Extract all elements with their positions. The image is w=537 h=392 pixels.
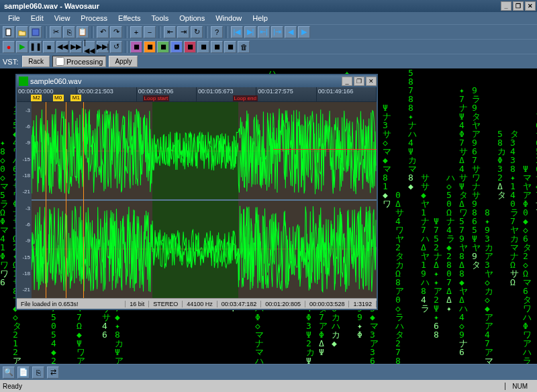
vst-apply-button[interactable]: Apply: [109, 56, 138, 67]
menu-process[interactable]: Process: [75, 13, 113, 23]
db-scale-left: -3-6-9-15-18-21-3-6-9-15-18-21: [17, 102, 32, 298]
toolbar-transport: ● ▶ ❚❚ ■ ◀◀ ▶▶ |◀◀ ▶▶| ↺ ◼ ◼ ◼ ◼ ◼ ◼ ◼ ◼…: [0, 39, 537, 54]
forward-button[interactable]: ▶▶: [70, 41, 82, 53]
waveform-canvas[interactable]: [32, 102, 377, 298]
sel-right-button[interactable]: ▶: [298, 26, 310, 38]
statusbar-num: NUM: [505, 383, 534, 390]
minimize-button[interactable]: _: [501, 1, 511, 11]
fx4-button[interactable]: ◼: [170, 41, 183, 53]
cut-button[interactable]: ✂: [50, 26, 62, 38]
save-button[interactable]: [30, 26, 42, 38]
vst-bar: VST: Rack Processing Apply: [0, 54, 537, 68]
play-button[interactable]: ▶: [16, 41, 28, 53]
skip-end-button[interactable]: ▶▶|: [97, 41, 109, 53]
menubar: File Edit View Process Effects Tools Opt…: [0, 12, 537, 24]
main-statusbar: Ready NUM: [0, 380, 537, 392]
close-button[interactable]: ✕: [525, 1, 536, 11]
tool3-button[interactable]: ⎘: [32, 366, 44, 379]
loop-start-marker[interactable]: Loop start: [143, 95, 170, 101]
skip-start-button[interactable]: |◀◀: [83, 41, 95, 53]
status-msg: File loaded in 0.653s!: [17, 301, 126, 307]
fx1-button[interactable]: ◼: [130, 41, 142, 53]
toolbar-file: ✂ ⎘ 📋 ↶ ↷ + − ⇤ ⇥ ↻ ? |◀ ▶| ⇤| |⇥ ◀ ▶: [0, 24, 537, 39]
vst-rack-button[interactable]: Rack: [22, 56, 50, 67]
status-duration: 00:03:47:182: [217, 301, 262, 307]
marker-M1[interactable]: M1: [70, 95, 81, 101]
svg-rect-1: [32, 29, 39, 36]
time-ruler[interactable]: 00:00:00:000 00:00:21:503 00:00:43:706 0…: [17, 87, 377, 102]
vst-processing-toggle[interactable]: Processing: [52, 56, 106, 67]
redo-button[interactable]: ↷: [110, 26, 122, 38]
main-titlebar: sample060.wav - Wavosaur _ ❐ ✕: [0, 0, 537, 12]
goto-start-button[interactable]: ⇤: [164, 26, 176, 38]
stop-button[interactable]: ■: [43, 41, 55, 53]
menu-window[interactable]: Window: [210, 13, 247, 23]
loop-end-marker[interactable]: Loop end: [233, 95, 258, 101]
goto-end-button[interactable]: ⇥: [177, 26, 189, 38]
fx5-button[interactable]: ◼: [184, 41, 196, 53]
loop-toggle-button[interactable]: ↺: [110, 41, 122, 53]
child-maximize-button[interactable]: ❐: [354, 77, 364, 86]
marker-prev-button[interactable]: |◀: [231, 26, 243, 38]
menu-edit[interactable]: Edit: [26, 13, 49, 23]
statusbar-left: Ready: [3, 383, 505, 390]
menu-options[interactable]: Options: [174, 13, 210, 23]
menu-effects[interactable]: Effects: [113, 13, 146, 23]
status-bits: 16 bit: [126, 301, 149, 307]
fx7-button[interactable]: ◼: [211, 41, 223, 53]
copy-button[interactable]: ⎘: [63, 26, 75, 38]
fx3-button[interactable]: ◼: [157, 41, 169, 53]
paste-button[interactable]: 📋: [77, 26, 89, 38]
child-statusbar: File loaded in 0.653s! 16 bit STEREO 441…: [17, 298, 377, 309]
marker-row: M2M0M1Loop startLoop end: [17, 95, 377, 101]
app-title: sample060.wav - Wavosaur: [1, 2, 499, 10]
status-rate: 44100 Hz: [183, 301, 217, 307]
menu-help[interactable]: Help: [247, 13, 273, 23]
delete-button[interactable]: 🗑: [238, 41, 250, 53]
tool1-button[interactable]: 🔍: [3, 366, 15, 379]
waveform-area[interactable]: -3-6-9-15-18-21-3-6-9-15-18-21: [17, 102, 377, 298]
open-button[interactable]: [16, 26, 28, 38]
rewind-button[interactable]: ◀◀: [56, 41, 68, 53]
undo-button[interactable]: ↶: [97, 26, 109, 38]
menu-file[interactable]: File: [3, 13, 26, 23]
menu-tools[interactable]: Tools: [146, 13, 175, 23]
bottom-toolbar: 🔍 📄 ⎘ ⇄: [0, 364, 537, 380]
marker-M2[interactable]: M2: [31, 95, 42, 101]
marker-next-button[interactable]: ▶|: [244, 26, 256, 38]
status-sel2: 00:00:03:528: [305, 301, 350, 307]
svg-rect-0: [6, 29, 11, 36]
record-button[interactable]: ●: [3, 41, 15, 53]
child-minimize-button[interactable]: _: [342, 77, 352, 86]
child-title-text: sample060.wav: [30, 77, 340, 85]
tool4-button[interactable]: ⇄: [47, 366, 59, 379]
help-button[interactable]: ?: [211, 26, 223, 38]
loop-end-button[interactable]: |⇥: [271, 26, 283, 38]
fx6-button[interactable]: ◼: [197, 41, 209, 53]
menu-view[interactable]: View: [49, 13, 76, 23]
status-sel1: 00:01:20:805: [261, 301, 305, 307]
zoom-in-button[interactable]: +: [130, 26, 142, 38]
wave-icon: [19, 77, 28, 86]
status-mode: STEREO: [149, 301, 183, 307]
loop-start-button[interactable]: ⇤|: [258, 26, 270, 38]
new-button[interactable]: [3, 26, 15, 38]
mdi-area: ✦8◇0◇マ5ラΩΦマ41Φワワ6タア5◆4ワハ67サワΦナサマΩ2✦Ω1サ8マ…: [0, 68, 537, 364]
child-close-button[interactable]: ✕: [366, 77, 377, 86]
sel-left-button[interactable]: ◀: [285, 26, 297, 38]
fx8-button[interactable]: ◼: [224, 41, 236, 53]
fx2-button[interactable]: ◼: [144, 41, 156, 53]
waveform-window[interactable]: sample060.wav _ ❐ ✕ 00:00:00:000 00:00:2…: [15, 74, 378, 310]
marker-M0[interactable]: M0: [53, 95, 64, 101]
maximize-button[interactable]: ❐: [513, 1, 524, 11]
tool2-button[interactable]: 📄: [17, 366, 30, 379]
vst-label: VST:: [3, 58, 18, 66]
child-titlebar[interactable]: sample060.wav _ ❐ ✕: [17, 75, 377, 87]
pause-button[interactable]: ❚❚: [30, 41, 42, 53]
refresh-button[interactable]: ↻: [191, 26, 203, 38]
status-ratio: 1:3192: [349, 301, 377, 307]
zoom-out-button[interactable]: −: [144, 26, 156, 38]
